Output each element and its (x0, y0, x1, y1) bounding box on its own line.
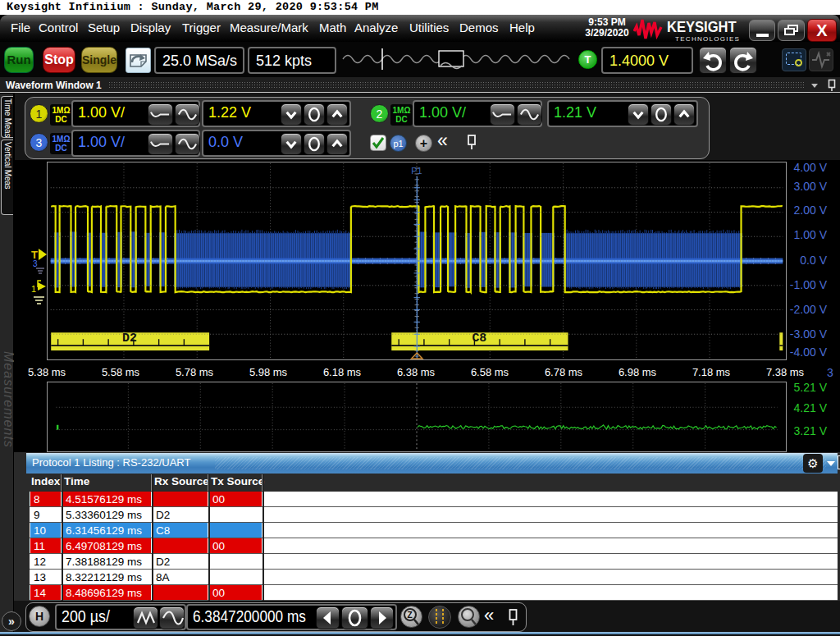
svg-text:3: 3 (33, 259, 38, 268)
svg-text:Z: Z (408, 611, 413, 620)
svg-text:D2: D2 (122, 332, 137, 345)
svg-text:P1: P1 (411, 166, 422, 176)
svg-text:C8: C8 (472, 332, 486, 345)
svg-text:1: 1 (31, 284, 36, 294)
